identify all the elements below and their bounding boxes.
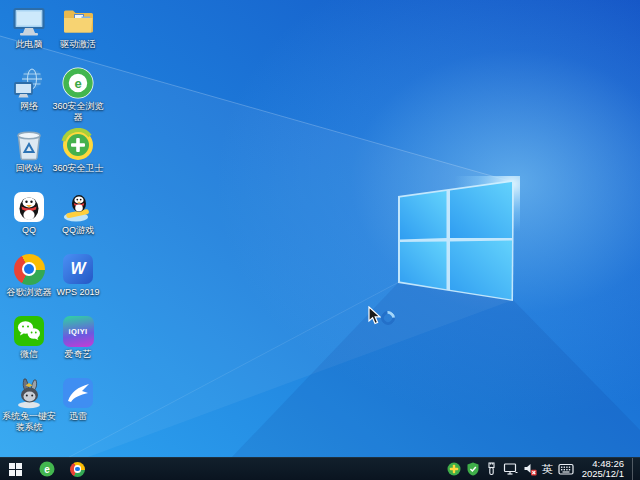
- windows-start-icon: [9, 463, 22, 476]
- taskbar-chrome-button[interactable]: [62, 458, 93, 480]
- icon-label: WPS 2019: [56, 287, 99, 298]
- tray-usb-device-icon[interactable]: [485, 462, 498, 476]
- thunder-bird-icon: [61, 376, 95, 410]
- tray-antivirus-shield-icon[interactable]: [466, 462, 480, 476]
- network-icon: [12, 66, 46, 100]
- icon-label: QQ: [22, 225, 36, 236]
- icon-label: 迅雷: [69, 411, 87, 422]
- icon-label: 微信: [20, 349, 38, 360]
- icon-label: 爱奇艺: [65, 349, 92, 360]
- desktop-icon-360-safe-browser[interactable]: e 360安全浏览器: [49, 66, 107, 123]
- desktop-icon-360-safety-guard[interactable]: 360安全卫士: [49, 128, 107, 174]
- 360-browser-icon: e: [61, 66, 95, 100]
- desktop-icon-wps-2019[interactable]: W WPS 2019: [49, 252, 107, 298]
- ime-language-indicator[interactable]: 英: [542, 458, 553, 480]
- desktop-icon-iqiyi[interactable]: iQIYI 爱奇艺: [49, 314, 107, 360]
- desktop-wallpaper: 此电脑 网络 回收站: [0, 0, 640, 480]
- svg-text:e: e: [44, 464, 50, 475]
- desktop-icon-xunlei[interactable]: 迅雷: [49, 376, 107, 422]
- iqiyi-icon: iQIYI: [61, 314, 95, 348]
- taskbar: e: [0, 457, 640, 480]
- tray-network-icon[interactable]: [503, 462, 518, 476]
- mouse-cursor: [368, 306, 381, 325]
- taskbar-clock[interactable]: 4:48:26 2025/12/1: [579, 459, 627, 480]
- taskbar-360-browser-button[interactable]: e: [31, 458, 62, 480]
- svg-text:e: e: [74, 76, 81, 91]
- icon-label: 此电脑: [16, 39, 43, 50]
- wechat-icon: [12, 314, 46, 348]
- start-button[interactable]: [0, 458, 31, 480]
- icon-label: 回收站: [16, 163, 43, 174]
- icon-label: 谷歌浏览器: [7, 287, 52, 298]
- tray-360-safety-icon[interactable]: [447, 462, 461, 476]
- rabbit-mascot-icon: [12, 376, 46, 410]
- show-desktop-button[interactable]: [632, 458, 638, 480]
- 360-safety-guard-icon: [61, 128, 95, 162]
- this-pc-icon: [12, 4, 46, 38]
- recycle-bin-icon: [12, 128, 46, 162]
- icon-label: 网络: [20, 101, 38, 112]
- chrome-icon: [12, 252, 46, 286]
- folder-icon: [61, 4, 95, 38]
- icon-label: 360安全卫士: [52, 163, 103, 174]
- windows-logo-wallpaper: [394, 176, 520, 306]
- qq-games-icon: [61, 190, 95, 224]
- icon-label: QQ游戏: [62, 225, 94, 236]
- clock-date: 2025/12/1: [582, 469, 624, 480]
- ime-keyboard-icon[interactable]: [558, 462, 574, 476]
- wps-icon: W: [61, 252, 95, 286]
- chrome-taskbar-icon: [70, 462, 85, 477]
- busy-spinner: [378, 308, 398, 328]
- 360-browser-taskbar-icon: e: [39, 461, 55, 477]
- desktop-icon-driver-activation[interactable]: 驱动激活: [49, 4, 107, 50]
- icon-label: 360安全浏览器: [49, 101, 107, 123]
- qq-penguin-icon: [12, 190, 46, 224]
- tray-volume-muted-icon[interactable]: [523, 462, 537, 476]
- desktop-icon-qq-games[interactable]: QQ游戏: [49, 190, 107, 236]
- icon-label: 驱动激活: [60, 39, 96, 50]
